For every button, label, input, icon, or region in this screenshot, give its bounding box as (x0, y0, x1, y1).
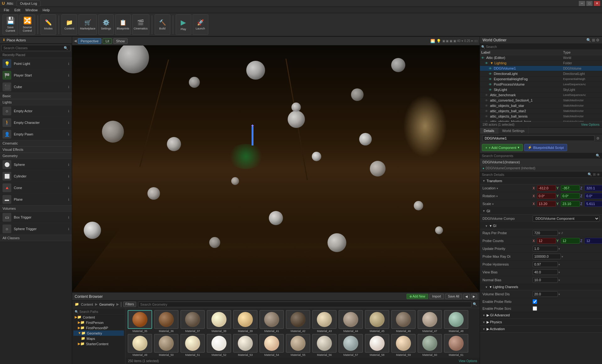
outliner-filter-icon[interactable]: ⊞ (592, 38, 595, 42)
blueprints-button[interactable]: 📋 Blueprints (115, 14, 131, 35)
section-gi2[interactable]: ▼ GI (480, 223, 602, 229)
vb-dropdown-icon[interactable]: ▾ (558, 271, 560, 274)
add-new-button[interactable]: ⊕ Add New (407, 294, 428, 299)
search-classes-input[interactable] (1, 45, 71, 51)
tree-item-first-person[interactable]: ▶📁 FirstPerson (73, 320, 124, 325)
probe-count-x[interactable] (537, 238, 556, 244)
section-lighting-channels[interactable]: ▼ Lighting Channels (480, 284, 602, 290)
tree-item-maps[interactable]: 📁 Maps (73, 336, 124, 341)
asset-tile-material-52[interactable]: Material_52 (206, 334, 232, 356)
actor-item-player-start[interactable]: 🏁 Player Start ℹ (0, 70, 72, 81)
tab-details[interactable]: Details (480, 128, 498, 134)
outliner-settings-icon[interactable]: ⚙ (596, 38, 599, 42)
actor-empty-actor[interactable]: ○ Empty Actor ℹ (0, 105, 72, 117)
category-geometry[interactable]: Geometry (0, 153, 72, 159)
asset-tile-material-57[interactable]: Material_57 (338, 334, 363, 356)
outliner-row-ball-tennis[interactable]: 👁 attic_objects_ball_tennis StaticMeshAc… (480, 114, 602, 119)
actor-cone[interactable]: 🔺 Cone ℹ (0, 182, 72, 194)
asset-tile-material-60[interactable]: Material_60 (417, 334, 442, 356)
outliner-row-attic[interactable]: 👁 Attic (Editor) World (480, 55, 602, 61)
scale-x-input[interactable] (537, 201, 556, 207)
location-y-input[interactable] (561, 185, 580, 191)
actor-sphere-trigger[interactable]: ○ Sphere Trigger ℹ (0, 223, 72, 235)
breadcrumb-content[interactable]: Content (81, 303, 93, 306)
asset-tile-material-53[interactable]: Material_53 (233, 334, 258, 356)
enable-probe-relo-checkbox[interactable] (533, 299, 537, 304)
menu-window[interactable]: Window (23, 8, 40, 13)
actor-box-trigger[interactable]: ▭ Box Trigger ℹ (0, 212, 72, 223)
asset-tile-material-36[interactable]: Material_36 (154, 310, 179, 333)
tree-item-first-person-bp[interactable]: ▶📁 FirstPersonBP (73, 325, 124, 330)
asset-tile-material-47[interactable]: Material_47 (417, 310, 442, 333)
section-physics[interactable]: ▶ Physics (480, 319, 602, 326)
asset-tile-material-58[interactable]: Material_58 (365, 334, 390, 356)
save-current-button[interactable]: 💾 SaveCurrent (3, 14, 18, 35)
asset-tile-material-59[interactable]: Material_59 (391, 334, 416, 356)
history-forward-button[interactable]: ▶ (471, 294, 477, 299)
perspective-button[interactable]: Perspective (78, 38, 101, 44)
volume-blend-input[interactable] (533, 291, 558, 297)
rotation-x-input[interactable] (537, 193, 556, 199)
outliner-row-directional[interactable]: 👁 DirectionalLight DirectionalLight (480, 71, 602, 76)
menu-help[interactable]: Help (40, 8, 52, 13)
asset-tile-material-38[interactable]: Material_38 (206, 310, 232, 333)
content-button[interactable]: 📁 Content (61, 14, 77, 35)
rays-reset-icon[interactable]: ↺ (561, 231, 563, 235)
show-button[interactable]: Show (113, 38, 128, 44)
rotation-z-input[interactable] (585, 193, 602, 199)
scale-y-input[interactable] (561, 201, 580, 207)
actor-sphere[interactable]: ⚪ Sphere ℹ (0, 159, 72, 171)
vbd-dropdown-icon[interactable]: ▾ (558, 293, 560, 296)
settings-button[interactable]: ⚙️ Settings (98, 14, 114, 35)
probe-hysteresis-input[interactable] (533, 261, 558, 267)
maximize-button[interactable]: □ (586, 1, 593, 6)
up-dropdown-icon[interactable]: ▾ (558, 247, 560, 251)
max-ray-dist-input[interactable] (533, 254, 561, 259)
location-x-input[interactable] (537, 185, 556, 191)
outliner-row-converted[interactable]: 👁 attic_converted_Section4_1 StaticMeshA… (480, 98, 602, 103)
outliner-search-input[interactable] (486, 45, 601, 49)
asset-tile-material-48[interactable]: Material_48 (444, 310, 469, 333)
category-volumes[interactable]: Volumes (0, 205, 72, 212)
asset-tile-material-43[interactable]: Material_43 (312, 310, 337, 333)
marketplace-button[interactable]: 🛒 Marketplace (78, 14, 97, 35)
section-activation[interactable]: ▶ Activation (480, 326, 602, 333)
search-details-input[interactable] (482, 173, 587, 177)
history-back-button[interactable]: ◀ (463, 294, 470, 299)
launch-button[interactable]: 🚀 Launch (193, 14, 208, 35)
outliner-row-fog[interactable]: 👁 ExponentialHeightFog ExponentialHeigh (480, 76, 602, 82)
tree-item-geometry[interactable]: ▼📁 Geometry (73, 330, 124, 336)
actor-empty-character[interactable]: 🚶 Empty Character ℹ (0, 117, 72, 129)
asset-tile-material-39[interactable]: Material_39 (233, 310, 258, 333)
minimize-button[interactable]: ─ (579, 1, 585, 6)
enable-probe-scre-checkbox[interactable] (533, 306, 537, 311)
category-visual-effects[interactable]: Visual Effects (0, 146, 72, 153)
build-button[interactable]: 🔨 Build (155, 14, 170, 35)
section-gi[interactable]: GI (480, 208, 602, 214)
cb-view-options[interactable]: View Options (459, 359, 477, 363)
details-eye-icon[interactable]: 👁 (597, 173, 600, 177)
lit-button[interactable]: Lit (103, 38, 112, 44)
actor-item-cube[interactable]: ⬛ Cube ℹ (0, 81, 72, 93)
tree-item-starter-content[interactable]: ▶📁 StarterContent (73, 341, 124, 346)
mrd-dropdown-icon[interactable]: ▾ (562, 255, 563, 258)
location-z-input[interactable] (585, 185, 602, 191)
outliner-row-sky[interactable]: 👁 SkyLight SkyLight (480, 87, 602, 92)
asset-tile-material-37[interactable]: Material_37 (180, 310, 205, 333)
asset-tile-material-41[interactable]: Material_41 (259, 310, 284, 333)
menu-file[interactable]: File (1, 8, 12, 13)
ph-dropdown-icon[interactable]: ▾ (558, 263, 560, 266)
view-bias-input[interactable] (533, 269, 558, 275)
outliner-row-ddgi[interactable]: 👁 DDGIVolume1 DDGIVolume (480, 66, 602, 71)
search-assets-input[interactable] (138, 302, 471, 307)
actor-empty-pawn[interactable]: 👤 Empty Pawn ℹ (0, 129, 72, 140)
nb-dropdown-icon[interactable]: ▾ (558, 278, 560, 282)
view-options[interactable]: View Options (581, 123, 599, 126)
source-control-button[interactable]: 🔀 SourceControl (19, 14, 35, 35)
rays-per-probe-input[interactable] (533, 230, 558, 236)
outliner-row-post[interactable]: 👁 PostProcessVolume LevelSequenceAc (480, 82, 602, 87)
probe-count-y[interactable] (561, 238, 580, 244)
normal-bias-input[interactable] (533, 277, 558, 283)
outliner-row-blanket[interactable]: 👁 attic_objects_blanket_bear StaticMeshA… (480, 119, 602, 122)
probe-count-z[interactable] (585, 238, 602, 244)
